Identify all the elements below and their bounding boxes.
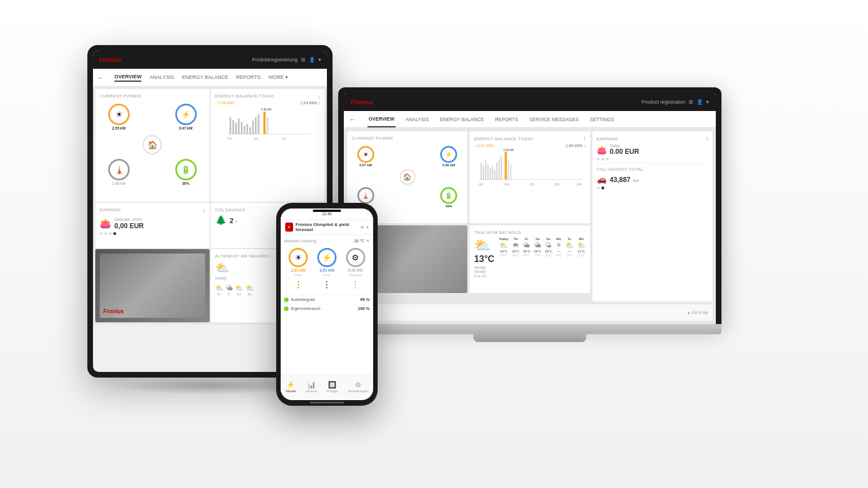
- svg-rect-16: [481, 163, 482, 180]
- tablet-energy-title: ENERGY BALANCE TODAY: [215, 94, 275, 99]
- wf-icon-3: ⛅: [246, 284, 254, 292]
- phone-nav-aktuell-icon: ⚡: [286, 381, 295, 389]
- tablet-energy-info-icon[interactable]: ℹ: [318, 95, 320, 100]
- l-dot3: [606, 158, 609, 161]
- tablet-back-btn[interactable]: ←: [98, 74, 104, 82]
- tablet-icon3: ▾: [318, 57, 321, 63]
- phone-nav-einstellungen[interactable]: ⚙ Einstellungen: [348, 381, 368, 393]
- laptop-nav-reports[interactable]: REPORTS: [494, 111, 519, 127]
- phone-nav-einstellungen-label: Einstellungen: [348, 389, 368, 393]
- laptop-header-right: Product registration ⊞ 👤 ▾: [641, 99, 709, 105]
- svg-rect-18: [485, 160, 486, 180]
- tablet-battery-circle: 🔋: [175, 159, 197, 180]
- svg-rect-3: [235, 123, 237, 134]
- laptop-goto-top[interactable]: ▲ Go to top: [687, 310, 708, 314]
- wf-icon-1: 🌥: [226, 284, 233, 292]
- laptop-energy-title: ENERGY BALANCE TODAY ℹ: [474, 136, 586, 141]
- tablet-nav-reports[interactable]: REPORTS: [236, 74, 260, 81]
- phone-nav-historie[interactable]: 📊 Historie: [305, 381, 317, 393]
- l-battery-circle: 🔋: [440, 187, 457, 204]
- laptop-eb-top: ↑ 0.07 kWh 1.80 kWh ↓: [474, 144, 586, 148]
- l-tower-circle: 🗼: [357, 187, 374, 204]
- phone-grid-item: ⚡ 2,91 kW Netz: [317, 248, 336, 277]
- phone-solar-label: Solar: [294, 273, 302, 277]
- pdl-gray-col: [355, 281, 356, 292]
- l-dot2: [601, 158, 604, 161]
- wf-icon-0: ⛅: [215, 284, 224, 292]
- wlf-th: Th 🌧 16°C 9°C: [512, 237, 519, 257]
- laptop-base: [338, 324, 721, 334]
- phone-grid-label: Netz: [324, 273, 330, 277]
- svg-rect-26: [505, 152, 507, 179]
- tablet-nav-more[interactable]: MORE ▾: [268, 74, 288, 81]
- laptop-co2-unit: km: [633, 178, 639, 183]
- tablet-solar-circle: ☀: [108, 104, 130, 125]
- phone-autarky-label: Autarkiegrad: [291, 297, 315, 302]
- tablet-logo: Fronius: [99, 56, 121, 63]
- svg-text:00h: 00h: [577, 183, 582, 186]
- laptop-wallet-icon: 👛: [597, 145, 606, 154]
- tablet-eb-down: 1.04 kWh ↓: [300, 101, 320, 105]
- laptop-weather-main: ⛅ 13°C mostly cloudy 🌬 6 m/s: [474, 237, 494, 278]
- laptop-weather-desc: mostly cloudy: [474, 265, 494, 273]
- laptop-nav-overview[interactable]: OVERVIEW: [367, 111, 396, 127]
- tablet-power-diagram: ☀ 2.55 kW ⚡ 0.47 kW 🏠 🔋 3: [100, 101, 205, 188]
- wf-item-1: 🌥 Fr: [226, 284, 233, 296]
- laptop-earning-info[interactable]: ℹ: [706, 136, 708, 141]
- tablet-eb-chart: 00h 06h 12h 0.35 kW: [215, 106, 321, 151]
- svg-rect-17: [483, 166, 484, 180]
- autarky-indicator: [284, 298, 289, 302]
- wlf-fr: Fr 🌥 16°C 3°C: [523, 237, 530, 257]
- tablet-grid-circle: ⚡: [175, 104, 197, 125]
- svg-rect-24: [499, 159, 500, 180]
- laptop-earning-body: 👛 Today 0.00 EUR: [597, 144, 708, 156]
- wallet-icon: 👛: [100, 218, 111, 229]
- tablet-earning-info[interactable]: ℹ: [203, 208, 205, 214]
- phone-nav-ertrage[interactable]: 🔲 Erträge: [327, 381, 338, 393]
- tablet-nav-overview[interactable]: OVERVIEW: [114, 74, 141, 82]
- tablet-nav-analysis[interactable]: ANALYSIS: [149, 74, 174, 81]
- phone-app-logo: F: [285, 223, 293, 232]
- laptop-back-btn[interactable]: ←: [349, 116, 356, 123]
- tablet-header: Fronius Produktregistrierung ⊞ 👤 ▾: [93, 51, 327, 69]
- wlf-su: Su 🌤 19°C 5°C: [544, 237, 552, 257]
- svg-rect-7: [246, 124, 248, 134]
- l-solar-value: 0.57 kW: [360, 163, 372, 167]
- laptop-energy-info-icon[interactable]: ℹ: [583, 136, 586, 141]
- phone-nav-aktuell[interactable]: ⚡ Aktuell: [286, 381, 296, 393]
- tablet-solar-value: 2.55 kW: [112, 126, 126, 130]
- laptop-weather-forecast: Today ⛅ 19°C 10°C Th 🌧 16°C 9°C: [499, 237, 586, 257]
- phone-stat-autarky: Autarkiegrad 99 %: [284, 295, 370, 304]
- laptop-earning-today: Today: [610, 144, 639, 148]
- l-dot1: [597, 158, 600, 161]
- laptop-earning-amount: 0.00 EUR: [610, 148, 639, 156]
- dot2: [104, 232, 107, 235]
- phone-grid-circle: ⚡: [317, 248, 336, 267]
- laptop-weather-title: THALHEIM BEI WELS: [474, 230, 586, 235]
- phone-app-header: F Fronius Ohmpilot & yield forecast ⚙ ▾: [281, 220, 373, 235]
- phone-nav-historie-label: Historie: [305, 389, 317, 393]
- phone-bottom-nav: ⚡ Aktuell 📊 Historie 🔲 Erträge ⚙ Einstel…: [281, 374, 373, 399]
- laptop-nav-energy[interactable]: ENERGY BALANCE: [439, 111, 485, 127]
- svg-rect-8: [249, 127, 251, 134]
- phone-screen: 12:40 F Fronius Ohmpilot & yield forecas…: [281, 208, 373, 400]
- phone-expand-icon[interactable]: ▾: [366, 225, 369, 230]
- phone-stats: Autarkiegrad 99 % Eigenverbrauch 100 %: [284, 295, 370, 313]
- laptop-nav-service[interactable]: SERVICE MESSAGES: [528, 111, 579, 127]
- tablet-current-power-title: CURRENT POWER: [100, 94, 141, 99]
- laptop-reg-text: Product registration: [641, 99, 685, 105]
- tablet-nav-energy[interactable]: ENERGY BALANCE: [182, 74, 228, 81]
- laptop-co2-body: 🚗 43,887 km: [597, 174, 708, 184]
- tablet-solar-item: ☀ 2.55 kW: [108, 104, 130, 130]
- tablet-nav: ← OVERVIEW ANALYSIS ENERGY BALANCE REPOR…: [93, 69, 327, 87]
- phone-eigen-label: Eigenverbrauch: [291, 306, 321, 311]
- laptop-co2-dots: [597, 187, 708, 189]
- laptop-logo: Fronius: [351, 99, 373, 105]
- laptop-weather-card: THALHEIM BEI WELS ⛅ 13°C mostly cloudy 🌬…: [470, 225, 590, 293]
- laptop-icon2: 👤: [697, 99, 703, 105]
- phone-temp-row: 20 °C ☀: [354, 238, 370, 243]
- laptop-nav-analysis[interactable]: ANALYSIS: [405, 111, 430, 127]
- l-co2-dot1: [597, 187, 600, 189]
- laptop-nav-settings[interactable]: SETTINGS: [589, 111, 615, 127]
- phone-settings-icon[interactable]: ⚙: [360, 225, 364, 230]
